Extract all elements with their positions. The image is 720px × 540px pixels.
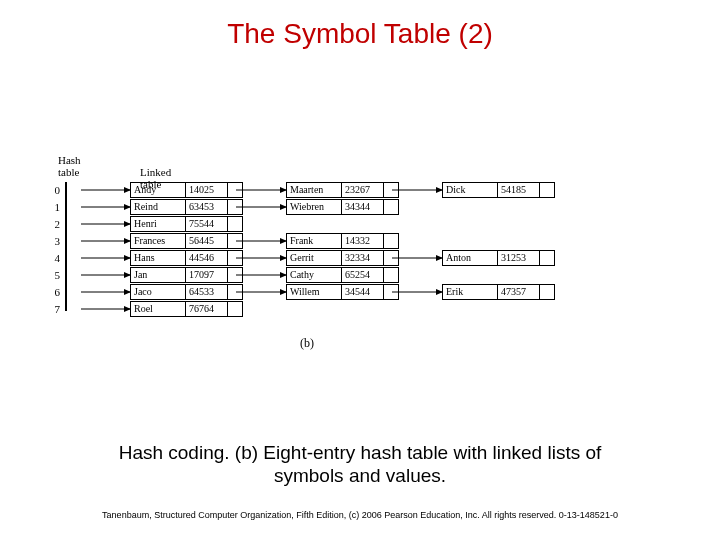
node-pointer [228, 200, 242, 214]
node-name: Frank [287, 234, 342, 248]
hash-index: 1 [50, 201, 60, 213]
node-name: Jan [131, 268, 186, 282]
node-pointer [228, 285, 242, 299]
hash-slot [66, 231, 67, 247]
caption-line: symbols and values. [274, 465, 446, 486]
node-pointer [228, 234, 242, 248]
list-node: Roel76764 [130, 301, 243, 317]
hash-index: 4 [50, 252, 60, 264]
hash-index: 2 [50, 218, 60, 230]
hash-index: 3 [50, 235, 60, 247]
node-pointer [540, 251, 554, 265]
node-value: 34344 [342, 200, 384, 214]
node-name: Roel [131, 302, 186, 316]
node-value: 14332 [342, 234, 384, 248]
node-pointer [228, 217, 242, 231]
hash-index: 6 [50, 286, 60, 298]
list-node: Dick54185 [442, 182, 555, 198]
node-value: 75544 [186, 217, 228, 231]
list-node: Anton31253 [442, 250, 555, 266]
node-value: 23267 [342, 183, 384, 197]
node-name: Frances [131, 234, 186, 248]
node-name: Henri [131, 217, 186, 231]
hash-slot [66, 263, 67, 279]
node-name: Dick [443, 183, 498, 197]
node-value: 56445 [186, 234, 228, 248]
node-pointer [228, 268, 242, 282]
node-value: 63453 [186, 200, 228, 214]
hash-table [65, 182, 67, 311]
list-node: Wiebren34344 [286, 199, 399, 215]
list-node: Jan17097 [130, 267, 243, 283]
list-node: Frank14332 [286, 233, 399, 249]
node-name: Wiebren [287, 200, 342, 214]
hash-slot [66, 215, 67, 231]
node-pointer [384, 268, 398, 282]
node-pointer [228, 251, 242, 265]
node-value: 54185 [498, 183, 540, 197]
list-node: Cathy65254 [286, 267, 399, 283]
node-value: 34544 [342, 285, 384, 299]
list-node: Willem34544 [286, 284, 399, 300]
node-name: Andy [131, 183, 186, 197]
hash-slot [66, 279, 67, 295]
list-node: Erik47357 [442, 284, 555, 300]
figure-label: (b) [300, 336, 314, 351]
node-name: Maarten [287, 183, 342, 197]
node-pointer [540, 285, 554, 299]
node-value: 31253 [498, 251, 540, 265]
list-node: Henri75544 [130, 216, 243, 232]
hash-slot [66, 247, 67, 263]
node-value: 17097 [186, 268, 228, 282]
hash-slot [66, 183, 67, 199]
node-pointer [228, 302, 242, 316]
list-node: Gerrit32334 [286, 250, 399, 266]
node-value: 64533 [186, 285, 228, 299]
node-value: 32334 [342, 251, 384, 265]
list-node: Andy14025 [130, 182, 243, 198]
hash-index: 5 [50, 269, 60, 281]
node-value: 44546 [186, 251, 228, 265]
node-pointer [384, 285, 398, 299]
node-pointer [384, 251, 398, 265]
list-node: Maarten23267 [286, 182, 399, 198]
hash-slot [66, 199, 67, 215]
caption: Hash coding. (b) Eight-entry hash table … [0, 441, 720, 489]
caption-line: Hash coding. (b) Eight-entry hash table … [119, 442, 602, 463]
node-name: Reind [131, 200, 186, 214]
node-pointer [384, 234, 398, 248]
node-pointer [384, 183, 398, 197]
node-name: Willem [287, 285, 342, 299]
hash-index: 0 [50, 184, 60, 196]
list-node: Reind63453 [130, 199, 243, 215]
slide-title: The Symbol Table (2) [0, 18, 720, 50]
list-node: Jaco64533 [130, 284, 243, 300]
node-pointer [540, 183, 554, 197]
footer-citation: Tanenbaum, Structured Computer Organizat… [0, 510, 720, 520]
hash-header: Hashtable [58, 154, 81, 178]
list-node: Hans44546 [130, 250, 243, 266]
node-name: Jaco [131, 285, 186, 299]
node-value: 47357 [498, 285, 540, 299]
list-node: Frances56445 [130, 233, 243, 249]
node-name: Cathy [287, 268, 342, 282]
node-name: Erik [443, 285, 498, 299]
node-name: Gerrit [287, 251, 342, 265]
node-pointer [228, 183, 242, 197]
node-name: Hans [131, 251, 186, 265]
node-value: 65254 [342, 268, 384, 282]
node-value: 76764 [186, 302, 228, 316]
node-value: 14025 [186, 183, 228, 197]
hash-slot [66, 295, 67, 311]
hash-index: 7 [50, 303, 60, 315]
node-name: Anton [443, 251, 498, 265]
node-pointer [384, 200, 398, 214]
